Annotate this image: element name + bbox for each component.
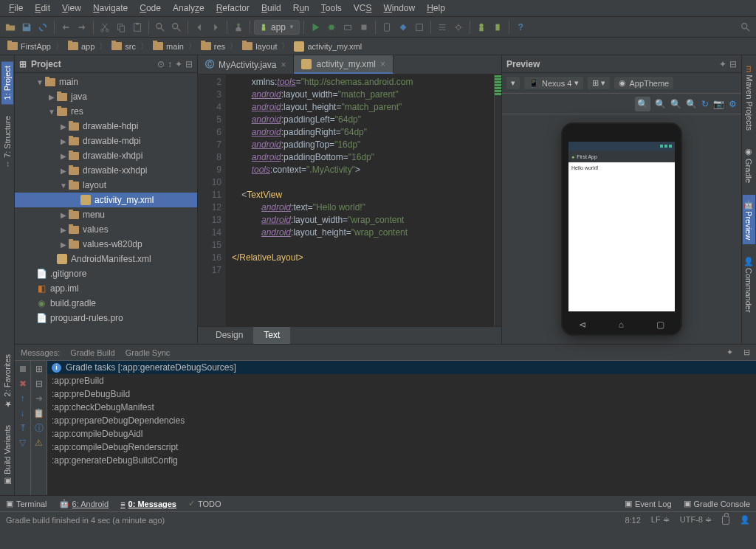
menu-run[interactable]: Run xyxy=(287,1,315,15)
tree-activity-my[interactable]: activity_my.xml xyxy=(15,193,197,207)
menu-file[interactable]: File xyxy=(3,1,29,15)
task-line[interactable]: :app:preBuild xyxy=(47,374,756,387)
tab-structure[interactable]: ↔ 7: Structure xyxy=(1,111,13,173)
stop-icon[interactable] xyxy=(18,364,28,374)
replace-icon[interactable] xyxy=(169,20,184,35)
android-icon[interactable] xyxy=(474,20,489,35)
menu-code[interactable]: Code xyxy=(134,1,167,15)
make-icon[interactable] xyxy=(231,20,246,35)
collapse-icon[interactable]: ↕ xyxy=(168,59,172,69)
up-icon[interactable]: ↑ xyxy=(18,393,28,404)
tree-gitignore[interactable]: 📄.gitignore xyxy=(15,266,197,281)
hide-icon[interactable]: ⊟ xyxy=(185,59,193,69)
tab-android[interactable]: 🤖 6: Android xyxy=(59,499,109,508)
undo-icon[interactable] xyxy=(58,20,73,35)
config-selector[interactable]: ⊞ ▾ xyxy=(588,77,610,89)
structure-icon[interactable] xyxy=(435,20,450,35)
bc-layout[interactable]: layout xyxy=(239,41,280,52)
info-icon[interactable]: ⓘ xyxy=(34,423,44,433)
menu-window[interactable]: Window xyxy=(377,1,421,15)
menu-navigate[interactable]: Navigate xyxy=(87,1,134,15)
close-icon[interactable]: × xyxy=(380,59,385,69)
run-icon[interactable] xyxy=(308,20,323,35)
menu-build[interactable]: Build xyxy=(255,1,287,15)
tree-values[interactable]: ▶values xyxy=(15,222,197,237)
bc-src[interactable]: src xyxy=(109,41,139,52)
menu-help[interactable]: Help xyxy=(421,1,451,15)
sdk-icon[interactable] xyxy=(396,20,410,35)
menu-analyze[interactable]: Analyze xyxy=(167,1,210,15)
tab-preview[interactable]: 🤖 Preview xyxy=(743,195,755,244)
close-icon[interactable]: × xyxy=(281,60,286,70)
hide-icon[interactable]: ⊟ xyxy=(729,59,737,69)
messages-title-line[interactable]: i Gradle tasks [:app:generateDebugSource… xyxy=(47,361,756,374)
orientation-selector[interactable]: ▾ xyxy=(506,77,520,89)
task-line[interactable]: :app:compileDebugRenderscript xyxy=(47,441,756,454)
device-selector[interactable]: 📱 Nexus 4 ▾ xyxy=(524,77,583,89)
zoom-out-icon[interactable]: 🔍 xyxy=(686,99,697,109)
open-icon[interactable] xyxy=(3,20,18,35)
sync-icon[interactable] xyxy=(35,20,50,35)
refresh-icon[interactable]: ↻ xyxy=(701,99,709,109)
tree-icon[interactable]: 📋 xyxy=(34,408,44,418)
tree-menu[interactable]: ▶menu xyxy=(15,207,197,222)
zoom-in-icon[interactable]: 🔍 xyxy=(670,99,681,109)
tree-proguard[interactable]: 📄proguard-rules.pro xyxy=(15,311,197,325)
autoscroll-icon[interactable]: ➜ xyxy=(34,393,44,404)
task-line[interactable]: :app:prepareDebugDependencies xyxy=(47,414,756,427)
redo-icon[interactable] xyxy=(75,20,89,35)
tree-layout[interactable]: ▼layout xyxy=(15,178,197,193)
menu-view[interactable]: View xyxy=(56,1,87,15)
file-encoding[interactable]: UTF-8 ≑ xyxy=(680,515,712,525)
tree-drawable-xxhdpi[interactable]: ▶drawable-xxhdpi xyxy=(15,163,197,178)
bc-main[interactable]: main xyxy=(150,41,187,52)
tree-values-w820dp[interactable]: ▶values-w820dp xyxy=(15,237,197,252)
bc-file[interactable]: activity_my.xml xyxy=(291,40,365,53)
tab-gradle-console[interactable]: ▣ Gradle Console xyxy=(684,499,750,508)
close-icon[interactable]: ✖ xyxy=(18,379,28,389)
bc-app[interactable]: app xyxy=(65,41,97,52)
forward-icon[interactable] xyxy=(208,20,223,35)
copy-icon[interactable] xyxy=(114,20,128,35)
help-icon[interactable]: ? xyxy=(513,20,528,35)
tab-activity-my-xml[interactable]: activity_my.xml× xyxy=(294,55,393,74)
cursor-position[interactable]: 8:12 xyxy=(625,516,640,525)
tab-design[interactable]: Design xyxy=(205,327,253,344)
messages-gradle-sync[interactable]: Gradle Sync xyxy=(126,348,171,357)
settings-icon[interactable] xyxy=(451,20,466,35)
lock-icon[interactable] xyxy=(722,516,729,525)
tree-java[interactable]: ▶java xyxy=(15,89,197,104)
collapse-icon[interactable]: ⊟ xyxy=(34,379,44,389)
run-config-selector[interactable]: app ▼ xyxy=(254,20,300,35)
tab-gradle[interactable]: ◉ Gradle xyxy=(743,142,755,187)
ddms-icon[interactable] xyxy=(412,20,427,35)
settings-icon[interactable]: ⚙ xyxy=(729,99,737,109)
find-icon[interactable] xyxy=(153,20,168,35)
filter-icon[interactable]: ▽ xyxy=(18,438,28,448)
save-icon[interactable] xyxy=(19,20,34,35)
theme-selector[interactable]: ◉ AppTheme xyxy=(614,77,673,89)
tab-build-variants[interactable]: ▣ Build Variants xyxy=(1,421,13,491)
gear-icon[interactable]: ✦ xyxy=(719,59,726,69)
task-line[interactable]: :app:checkDebugManifest xyxy=(47,401,756,414)
attach-icon[interactable] xyxy=(340,20,355,35)
gear-icon[interactable]: ✦ xyxy=(726,348,733,357)
bc-firstapp[interactable]: FirstApp xyxy=(4,41,54,52)
tree-build-gradle[interactable]: ◉build.gradle xyxy=(15,296,197,311)
down-icon[interactable]: ↓ xyxy=(18,408,28,418)
hide-icon[interactable]: ⊟ xyxy=(743,348,750,357)
tree-app-iml[interactable]: ◧app.iml xyxy=(15,281,197,296)
tab-terminal[interactable]: ▣ Terminal xyxy=(6,499,47,508)
warning-icon[interactable]: ⚠ xyxy=(34,438,44,448)
tree-drawable-hdpi[interactable]: ▶drawable-hdpi xyxy=(15,119,197,134)
tab-myactivity-java[interactable]: ⒸMyActivity.java× xyxy=(198,55,294,74)
code-text[interactable]: xmlns:tools="http://schemas.android.com … xyxy=(226,75,494,326)
tab-commander[interactable]: 👤 Commander xyxy=(743,252,755,317)
tree-manifest[interactable]: AndroidManifest.xml xyxy=(15,252,197,266)
tree-res[interactable]: ▼res xyxy=(15,104,197,119)
debug-icon[interactable] xyxy=(324,20,339,35)
messages-gradle-build[interactable]: Gradle Build xyxy=(70,348,115,357)
zoom-actual-icon[interactable]: 🔍 xyxy=(655,99,666,109)
menu-tools[interactable]: Tools xyxy=(315,1,348,15)
tab-todo[interactable]: ✓ TODO xyxy=(188,499,221,508)
